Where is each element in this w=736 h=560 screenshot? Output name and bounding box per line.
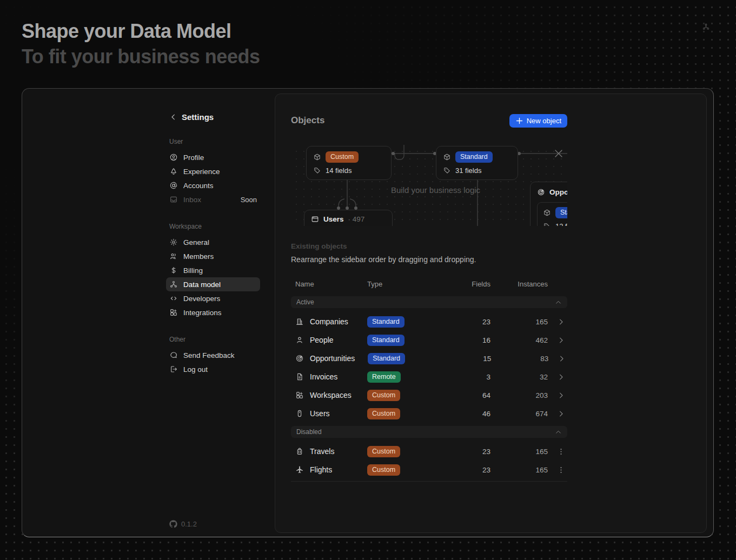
workspaces-icon xyxy=(295,391,304,399)
sidebar-item-log-out[interactable]: Log out xyxy=(166,362,260,376)
sidebar-item-integrations[interactable]: Integrations xyxy=(166,305,260,319)
instances-count: 674 xyxy=(490,410,548,418)
diagram-card-standard[interactable]: Standard 31 fields xyxy=(436,146,518,180)
fields-count: 64 xyxy=(449,391,490,399)
group-label: Disabled xyxy=(296,428,322,436)
object-row-people[interactable]: PeopleStandard16462 xyxy=(291,331,567,349)
integrations-icon xyxy=(169,308,178,317)
object-row-users[interactable]: UsersCustom46674 xyxy=(291,404,567,423)
chevron-right-icon[interactable] xyxy=(557,410,565,418)
sidebar-item-label: Accounts xyxy=(183,182,214,190)
sidebar-section-label: Other xyxy=(169,336,257,343)
plane-icon xyxy=(295,465,304,474)
page-subtitle: To fit your business needs xyxy=(22,44,260,69)
sidebar-item-data-model[interactable]: Data model xyxy=(166,277,260,291)
sidebar-item-accounts[interactable]: Accounts xyxy=(166,178,260,192)
invoice-icon xyxy=(295,372,304,381)
fields-count: 46 xyxy=(449,410,490,418)
instances-count: 32 xyxy=(490,373,548,381)
diagram-card-custom[interactable]: Custom 14 fields xyxy=(306,146,392,180)
data-model-diagram: Custom 14 fields Standard 31 fields xyxy=(291,145,567,226)
objects-title: Objects xyxy=(291,115,324,126)
sidebar-item-members[interactable]: Members xyxy=(166,249,260,263)
kebab-icon[interactable] xyxy=(557,466,565,474)
building-icon xyxy=(295,317,304,326)
fields-count: 23 xyxy=(449,466,490,474)
object-name: Travels xyxy=(310,447,334,456)
fields-count: 23 xyxy=(449,448,490,456)
person-icon xyxy=(295,336,304,344)
existing-objects-title: Existing objects xyxy=(291,242,567,250)
sidebar-item-profile[interactable]: Profile xyxy=(166,150,260,164)
chevron-up-icon[interactable] xyxy=(555,429,562,436)
sidebar-item-send-feedback[interactable]: Send Feedback xyxy=(166,348,260,362)
chevron-up-icon[interactable] xyxy=(555,299,562,306)
chevron-right-icon[interactable] xyxy=(557,391,565,399)
users-card-name: Users xyxy=(323,215,344,223)
sidebar-item-general[interactable]: General xyxy=(166,235,260,249)
sidebar-item-label: Profile xyxy=(183,154,204,162)
object-row-invoices[interactable]: InvoicesRemote332 xyxy=(291,368,567,386)
instances-count: 83 xyxy=(491,355,548,363)
instances-count: 165 xyxy=(490,318,548,326)
members-icon xyxy=(169,252,178,261)
chevron-right-icon[interactable] xyxy=(558,355,566,363)
instances-count: 165 xyxy=(490,466,548,474)
chevron-right-icon[interactable] xyxy=(557,318,565,326)
chevron-right-icon[interactable] xyxy=(557,373,565,381)
object-name: Flights xyxy=(310,465,332,474)
object-name: Opportunities xyxy=(310,354,355,363)
new-object-button[interactable]: New object xyxy=(509,114,567,128)
sidebar-item-developers[interactable]: Developers xyxy=(166,291,260,305)
settings-back-button[interactable]: Settings xyxy=(169,112,257,122)
column-type: Type xyxy=(354,280,449,288)
object-row-opportunities[interactable]: OpportunitiesStandard1583 xyxy=(291,349,567,368)
fields-count: 3 xyxy=(449,373,490,381)
group-header-disabled[interactable]: Disabled xyxy=(291,426,567,438)
type-badge: Custom xyxy=(367,464,400,476)
object-row-travels[interactable]: TravelsCustom23165 xyxy=(291,442,567,461)
inbox-icon xyxy=(169,195,178,204)
group-header-active[interactable]: Active xyxy=(291,296,567,308)
target-icon xyxy=(295,354,304,363)
type-badge: Custom xyxy=(367,408,400,419)
at-sign-icon xyxy=(169,181,178,190)
new-object-label: New object xyxy=(527,117,561,125)
fields-count: 12 fields xyxy=(555,222,567,226)
sidebar-item-label: Send Feedback xyxy=(183,351,235,359)
settings-label: Settings xyxy=(182,112,214,122)
objects-panel: Objects New object xyxy=(275,94,707,533)
hero-heading: Shape your Data Model To fit your busine… xyxy=(22,18,260,69)
kebab-icon[interactable] xyxy=(557,448,565,456)
type-badge: Standard xyxy=(368,353,405,364)
instances-count: 462 xyxy=(490,336,548,344)
settings-window: Settings UserProfileExperienceAccountsIn… xyxy=(22,88,714,537)
object-row-workspaces[interactable]: WorkspacesCustom64203 xyxy=(291,386,567,404)
bell-icon xyxy=(169,167,178,176)
users-icon xyxy=(295,409,304,418)
object-row-flights[interactable]: FlightsCustom23165 xyxy=(291,461,567,479)
chevron-right-icon[interactable] xyxy=(557,336,565,344)
app-window-icon xyxy=(311,215,319,223)
diagram-hint: Build your business logic xyxy=(391,185,480,195)
object-row-companies[interactable]: CompaniesStandard23165 xyxy=(291,312,567,331)
sidebar-item-experience[interactable]: Experience xyxy=(166,164,260,178)
logout-icon xyxy=(169,365,178,374)
cube-icon xyxy=(443,153,451,161)
sidebar-item-label: Billing xyxy=(183,266,203,275)
column-instances: Instances xyxy=(490,280,548,288)
type-badge: Standard xyxy=(455,151,493,163)
object-name: Workspaces xyxy=(310,391,352,399)
page-title: Shape your Data Model xyxy=(22,18,260,44)
sidebar-item-label: Developers xyxy=(183,295,220,303)
group-label: Active xyxy=(296,298,314,306)
sidebar-item-inbox[interactable]: InboxSoon xyxy=(166,192,260,206)
sidebar-item-label: Log out xyxy=(183,365,208,374)
diagram-card-users[interactable]: Users · 497 xyxy=(304,210,393,226)
column-name: Name xyxy=(291,280,354,288)
diagram-card-opportunities[interactable]: Opportunities Standard 12 fields xyxy=(530,182,567,226)
type-badge: Standard xyxy=(555,207,567,218)
instances-count: 203 xyxy=(490,391,548,399)
sidebar-item-billing[interactable]: Billing xyxy=(166,263,260,277)
luggage-icon xyxy=(295,447,304,456)
